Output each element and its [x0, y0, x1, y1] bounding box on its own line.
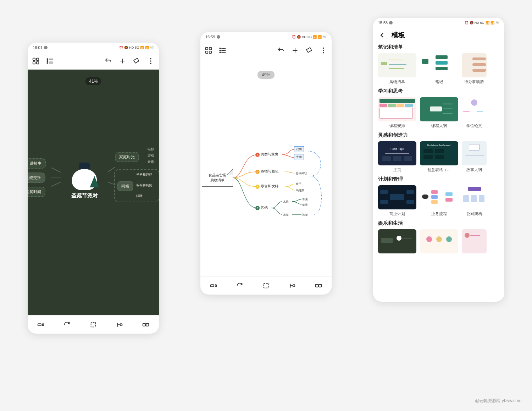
mindmap-node[interactable]: 讲故事	[28, 158, 46, 169]
mindmap-leaf[interactable]: 乌龙茶	[294, 188, 306, 193]
template-card[interactable]: 笔记	[420, 53, 458, 85]
mindmap-leaf[interactable]: 饼干	[294, 181, 303, 187]
focus-icon[interactable]	[262, 282, 270, 290]
template-caption: 公司架构	[462, 209, 487, 217]
template-card[interactable]: 学位论文	[462, 97, 487, 129]
template-caption: 购物清单	[378, 77, 416, 85]
link-icon[interactable]	[315, 282, 322, 290]
template-thumbnail	[378, 229, 416, 253]
template-caption: 课程安排	[378, 121, 416, 129]
svg-point-8	[47, 61, 48, 62]
grid-view-icon[interactable]	[32, 57, 40, 65]
mindmap-branch[interactable]: 2谷物与面包	[255, 169, 278, 174]
more-icon[interactable]	[320, 46, 327, 54]
mindmap-canvas[interactable]: 49% 食品杂货店 购物清单 1肉类与家禽 鸡肉 牛肉 2谷物与	[200, 59, 332, 276]
status-time: 15:59	[205, 35, 215, 39]
watermark-text: @云帆资源网 yfzyw.com	[475, 398, 521, 404]
template-card[interactable]: 课程大纲	[420, 97, 458, 129]
mindmap-branch[interactable]: 1肉类与家禽	[255, 152, 278, 157]
svg-point-7	[47, 59, 48, 60]
mindmap-branch[interactable]: 3零食和饮料	[255, 184, 278, 189]
mindmap-leaf-selected[interactable]: 鸡肉	[294, 146, 304, 152]
list-view-icon[interactable]	[219, 46, 227, 54]
mindmap-connectors	[200, 59, 332, 276]
template-card[interactable]: Home Page主页	[378, 141, 416, 173]
mindmap-node[interactable]: 晚餐时间	[28, 187, 45, 197]
mindmap-leaf[interactable]: 冰菜	[300, 212, 310, 218]
group-icon[interactable]	[210, 282, 217, 290]
add-icon[interactable]	[291, 46, 299, 54]
phone-screenshot-1: 16:01 ⏰🔕HD5G📶📶🕊️ 41% 圣诞节派对 讲故事 礼物交换 晚餐时间	[28, 43, 159, 334]
mindmap-leaf[interactable]: 谷物棒状	[294, 171, 309, 176]
grid-view-icon[interactable]	[205, 46, 212, 54]
template-card[interactable]: 故事大纲	[462, 141, 487, 173]
mindmap-leaf[interactable]: 苹果	[300, 202, 310, 208]
group-icon[interactable]	[37, 321, 45, 329]
mindmap-node[interactable]: 家庭时光	[115, 152, 139, 162]
status-indicators: ⏰🔕HD5G📶📶🕊️	[292, 35, 327, 39]
template-card[interactable]: 公司架构	[462, 185, 487, 217]
template-caption: 笔记	[420, 77, 458, 85]
brush-icon[interactable]	[305, 46, 313, 54]
back-icon[interactable]	[378, 31, 386, 39]
section-title: 计划和管理	[378, 176, 504, 182]
svg-point-30	[220, 52, 221, 53]
more-icon[interactable]	[147, 57, 155, 65]
svg-rect-36	[211, 285, 214, 287]
template-thumbnail	[420, 185, 458, 209]
svg-point-29	[220, 50, 221, 51]
link-icon[interactable]	[142, 321, 150, 329]
add-icon[interactable]	[118, 57, 126, 65]
focus-icon[interactable]	[89, 321, 97, 329]
svg-rect-21	[206, 48, 208, 50]
template-card[interactable]: 商业计划	[378, 185, 416, 217]
template-thumbnail	[420, 53, 458, 77]
mindmap-center-node[interactable]: 圣诞节派对	[61, 169, 107, 199]
mindmap-node[interactable]: 礼物交换	[28, 172, 45, 183]
mindmap-leaf[interactable]: 水果	[281, 199, 290, 204]
template-card[interactable]	[378, 229, 416, 253]
template-thumbnail	[462, 97, 487, 121]
subchild-icon[interactable]	[116, 321, 123, 329]
template-card[interactable]	[462, 229, 487, 253]
mindmap-leaf[interactable]: 猫咪	[136, 194, 143, 198]
template-card[interactable]	[420, 229, 458, 253]
undo-icon[interactable]	[104, 57, 112, 65]
mindmap-canvas[interactable]: 41% 圣诞节派对 讲故事 礼物交换 晚餐时间 家庭时光 电影 游戏 音乐 问候…	[28, 70, 159, 315]
template-card[interactable]: 课程安排	[378, 97, 416, 129]
template-thumbnail	[378, 97, 416, 121]
mindmap-leaf[interactable]: 电影	[148, 147, 154, 152]
template-list[interactable]: 笔记和清单购物清单笔记待办事项清学习和思考课程安排课程大纲学位论文灵感和创造力H…	[373, 43, 504, 302]
mindmap-leaf[interactable]: 音乐	[148, 160, 154, 164]
svg-rect-16	[43, 324, 44, 326]
mindmap-leaf[interactable]: 游戏	[148, 153, 154, 158]
template-card[interactable]: Morphological Box (Personal)创意表格（…	[420, 141, 458, 173]
brush-icon[interactable]	[133, 57, 140, 65]
list-view-icon[interactable]	[46, 57, 54, 65]
mindmap-leaf[interactable]: 香蕉	[300, 197, 310, 202]
mindmap-leaf[interactable]: 蔬菜	[281, 212, 290, 218]
subchild-icon[interactable]	[288, 282, 296, 290]
undo-icon[interactable]	[277, 46, 285, 54]
template-caption: 创意表格（…	[420, 165, 458, 173]
redo-line-icon[interactable]	[236, 282, 244, 290]
mindmap-root-node[interactable]: 食品杂货店 购物清单	[202, 169, 233, 187]
mindmap-node-selected[interactable]: 问候	[117, 181, 133, 191]
template-section: 计划和管理商业计划业务流程公司架构	[378, 176, 504, 217]
svg-rect-40	[316, 284, 318, 287]
template-card[interactable]: 业务流程	[420, 185, 458, 217]
svg-rect-19	[143, 323, 145, 326]
status-bar: 15:58 ⏰🔕HD5G📶📶🕊️	[373, 18, 504, 28]
svg-rect-2	[33, 62, 35, 64]
mindmap-leaf-selected[interactable]: 牛肉	[294, 154, 304, 160]
template-card[interactable]: 待办事项清	[462, 53, 487, 85]
mindmap-leaf[interactable]: 爷爷和奶奶	[136, 183, 152, 188]
redo-line-icon[interactable]	[63, 321, 71, 329]
template-section: 学习和思考课程安排课程大纲学位论文	[378, 88, 504, 129]
mindmap-leaf[interactable]: 爸爸和妈妈	[136, 172, 152, 177]
mindmap-branch[interactable]: 4其他	[255, 205, 268, 210]
template-thumbnail	[462, 53, 487, 77]
status-time: 15:58	[378, 21, 388, 25]
template-caption: 业务流程	[420, 209, 458, 217]
template-card[interactable]: 购物清单	[378, 53, 416, 85]
